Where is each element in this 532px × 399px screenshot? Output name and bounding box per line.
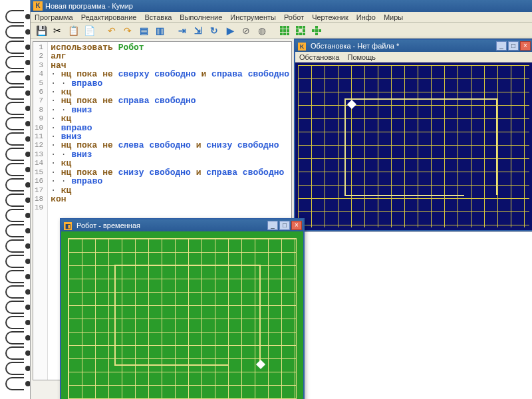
main-menubar: ПрограммаРедактированиеВставкаВыполнение… [31,12,532,23]
kumir-app-window: K Новая программа - Кумир ПрограммаРедак… [30,0,532,399]
environment-titlebar[interactable]: K Обстановка - Нет файла * _ □ × [295,40,532,52]
step-icon[interactable]: ⇥ [176,24,189,37]
menu-item[interactable]: Миры [384,13,403,21]
list2-icon[interactable]: ▥ [153,24,166,37]
robot-field[interactable] [61,231,303,399]
environment-walls [344,98,497,195]
save-icon[interactable]: 💾 [35,24,48,37]
list1-icon[interactable]: ▤ [137,24,150,37]
grid-full-icon[interactable] [278,24,291,37]
menu-item[interactable]: Инфо [356,13,376,21]
stop-icon[interactable]: ⊘ [239,24,253,37]
notebook-spiral [0,0,32,399]
environment-menubar: Обстановка Помощь [295,52,532,63]
undo-icon[interactable]: ↶ [105,24,118,37]
environment-wall-bottom [344,195,464,196]
app-icon: ◧ [64,222,72,230]
robot-window[interactable]: ◧ Робот - временная _ □ × [60,218,305,399]
robot-titlebar[interactable]: ◧ Робот - временная _ □ × [61,219,303,231]
menu-item[interactable]: Программа [35,13,73,21]
grid-plus-icon[interactable] [310,24,323,37]
titlebar[interactable]: K Новая программа - Кумир [31,0,532,12]
close-button[interactable]: × [291,221,302,230]
env-menu-item[interactable]: Помощь [347,53,376,61]
grid-holed-icon[interactable] [294,24,307,37]
step-into-icon[interactable]: ⇲ [192,24,205,37]
menu-item[interactable]: Чертежник [312,13,348,21]
output-panel[interactable] [294,231,532,399]
app-icon: K [33,1,43,11]
robot-walls [114,265,261,364]
maximize-button[interactable]: □ [508,41,519,51]
close-button[interactable]: × [520,41,531,51]
robot-wall-bottom [114,364,229,366]
menu-item[interactable]: Выполнение [180,13,222,21]
window-title: Новая программа - Кумир [45,2,133,10]
env-menu-item[interactable]: Обстановка [299,53,339,61]
menu-item[interactable]: Инструменты [230,13,276,21]
minimize-button[interactable]: _ [267,221,278,230]
maximize-button[interactable]: □ [279,221,290,230]
menu-item[interactable]: Робот [284,13,304,21]
app-icon: K [298,43,306,51]
globe-icon[interactable]: ◍ [255,24,269,37]
robot-title: Робот - временная [76,221,140,229]
menu-item[interactable]: Редактирование [81,13,137,21]
run-icon[interactable]: ▶ [223,24,237,37]
line-gutter: 12345678910111213141516171819 [33,42,48,380]
main-toolbar: 💾✂📋📄↶↷▤▥⇥⇲↻▶⊘◍ [31,23,532,39]
run-loop-icon[interactable]: ↻ [207,24,221,37]
redo-icon[interactable]: ↷ [121,24,134,37]
environment-window[interactable]: K Обстановка - Нет файла * _ □ × Обстано… [294,39,532,231]
cut-icon[interactable]: ✂ [51,24,64,37]
environment-field[interactable] [295,63,532,230]
minimize-button[interactable]: _ [496,41,507,51]
workspace: 12345678910111213141516171819 использова… [31,39,532,399]
paste-icon[interactable]: 📄 [82,24,96,37]
copy-icon[interactable]: 📋 [66,24,80,37]
environment-title: Обстановка - Нет файла * [311,42,399,50]
menu-item[interactable]: Вставка [144,13,172,21]
